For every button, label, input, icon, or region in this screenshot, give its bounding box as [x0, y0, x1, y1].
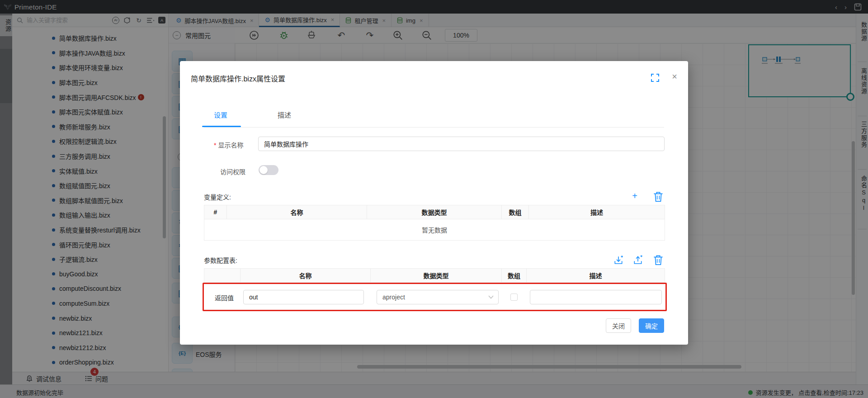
param-type-select[interactable]: aproject [377, 290, 499, 304]
empty-data-text: 暂无数据 [204, 219, 665, 240]
params-table-header: 名称 数据类型 数组 描述 [204, 269, 665, 283]
variables-table-header: # 名称 数据类型 数组 描述 [204, 205, 665, 219]
variables-table: # 名称 数据类型 数组 描述 暂无数据 [204, 205, 665, 241]
properties-dialog: 简单数据库操作.bizx属性设置 × 设置 描述 *显示名称 访问权限 变量定义… [180, 61, 688, 345]
divider [204, 127, 664, 128]
close-button[interactable]: 关闭 [606, 318, 631, 333]
param-desc-input[interactable] [530, 290, 662, 304]
fullscreen-icon[interactable] [651, 74, 659, 82]
param-array-checkbox[interactable] [510, 294, 518, 301]
return-value-row: 返回值 aproject [203, 283, 667, 311]
ok-button[interactable]: 确定 [639, 318, 664, 333]
dialog-tab-description[interactable]: 描述 [278, 110, 291, 119]
display-name-label: *显示名称 [214, 140, 243, 149]
params-section-title: 参数配置表: [204, 256, 237, 265]
import-params-icon[interactable] [613, 255, 623, 265]
params-table: 名称 数据类型 数组 描述 [204, 268, 665, 283]
export-params-icon[interactable] [633, 255, 643, 265]
close-dialog-icon[interactable]: × [669, 71, 680, 82]
access-permission-toggle[interactable] [259, 165, 278, 175]
dialog-tab-settings[interactable]: 设置 [214, 110, 227, 119]
variables-section-title: 变量定义: [204, 192, 231, 201]
access-permission-label: 访问权限 [220, 167, 245, 176]
delete-variable-icon[interactable] [653, 191, 663, 202]
ide-window: Primeton-IDE ‹ › 资源 AI ↻ [0, 0, 868, 398]
delete-params-icon[interactable] [653, 255, 663, 265]
param-name-input[interactable] [243, 290, 364, 304]
chevron-down-icon [488, 295, 494, 299]
return-value-label: 返回值 [208, 293, 240, 302]
add-variable-icon[interactable]: + [630, 190, 640, 201]
toggle-knob [259, 166, 268, 174]
display-name-input[interactable] [258, 137, 665, 151]
dialog-title: 简单数据库操作.bizx属性设置 [191, 73, 285, 84]
required-mark: * [214, 142, 216, 149]
